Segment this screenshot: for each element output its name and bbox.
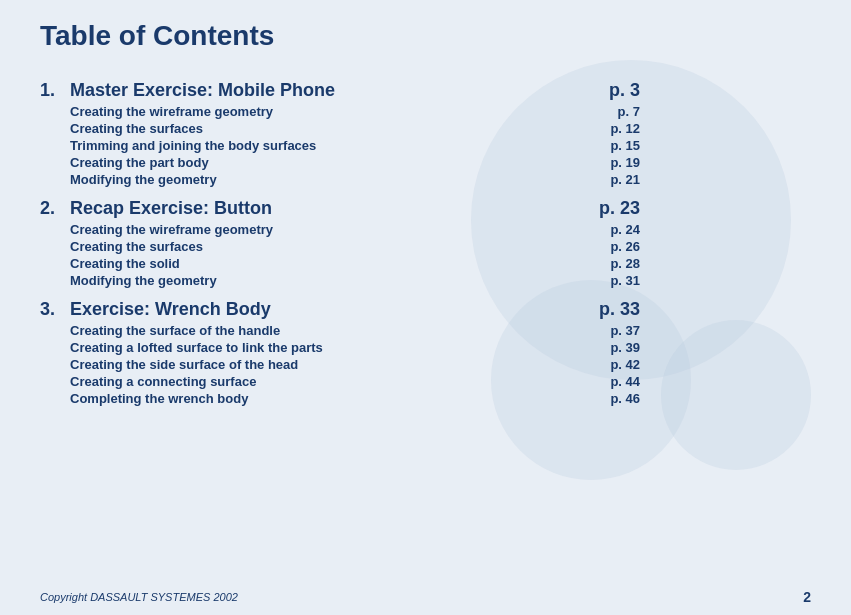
toc-table: 1.Master Exercise: Mobile Phonep. 3Creat… [40, 76, 640, 407]
sub-title-3-1[interactable]: Creating the surface of the handle [70, 322, 564, 339]
section-title-1[interactable]: Master Exercise: Mobile Phone [70, 76, 564, 103]
sub-title-1-3[interactable]: Trimming and joining the body surfaces [70, 137, 564, 154]
section-row-1: 1.Master Exercise: Mobile Phonep. 3 [40, 76, 640, 103]
sub-row-3-3: Creating the side surface of the headp. … [40, 356, 640, 373]
sub-row-2-3: Creating the solidp. 28 [40, 255, 640, 272]
sub-page-2-4: p. 31 [564, 272, 640, 289]
sub-title-2-2[interactable]: Creating the surfaces [70, 238, 564, 255]
section-page-2: p. 23 [564, 194, 640, 221]
sub-page-3-1: p. 37 [564, 322, 640, 339]
sub-title-3-5[interactable]: Completing the wrench body [70, 390, 564, 407]
page-title: Table of Contents [40, 20, 811, 52]
sub-page-2-1: p. 24 [564, 221, 640, 238]
sub-row-2-2: Creating the surfacesp. 26 [40, 238, 640, 255]
sub-title-2-3[interactable]: Creating the solid [70, 255, 564, 272]
sub-page-3-5: p. 46 [564, 390, 640, 407]
page-number: 2 [803, 589, 811, 605]
section-num-3: 3. [40, 295, 70, 322]
sub-row-2-1: Creating the wireframe geometryp. 24 [40, 221, 640, 238]
sub-title-1-1[interactable]: Creating the wireframe geometry [70, 103, 564, 120]
sub-row-1-2: Creating the surfacesp. 12 [40, 120, 640, 137]
section-row-3: 3.Exercise: Wrench Bodyp. 33 [40, 295, 640, 322]
section-title-3[interactable]: Exercise: Wrench Body [70, 295, 564, 322]
section-row-2: 2.Recap Exercise: Buttonp. 23 [40, 194, 640, 221]
sub-row-3-4: Creating a connecting surfacep. 44 [40, 373, 640, 390]
sub-title-2-4[interactable]: Modifying the geometry [70, 272, 564, 289]
sub-row-3-1: Creating the surface of the handlep. 37 [40, 322, 640, 339]
copyright-text: Copyright DASSAULT SYSTEMES 2002 [40, 591, 238, 603]
sub-title-1-4[interactable]: Creating the part body [70, 154, 564, 171]
sub-title-1-2[interactable]: Creating the surfaces [70, 120, 564, 137]
sub-page-3-4: p. 44 [564, 373, 640, 390]
sub-title-3-3[interactable]: Creating the side surface of the head [70, 356, 564, 373]
sub-row-1-1: Creating the wireframe geometryp. 7 [40, 103, 640, 120]
sub-page-1-4: p. 19 [564, 154, 640, 171]
section-page-1: p. 3 [564, 76, 640, 103]
sub-row-2-4: Modifying the geometryp. 31 [40, 272, 640, 289]
section-num-1: 1. [40, 76, 70, 103]
sub-page-1-5: p. 21 [564, 171, 640, 188]
sub-row-1-5: Modifying the geometryp. 21 [40, 171, 640, 188]
section-page-3: p. 33 [564, 295, 640, 322]
section-num-2: 2. [40, 194, 70, 221]
sub-title-2-1[interactable]: Creating the wireframe geometry [70, 221, 564, 238]
sub-row-3-2: Creating a lofted surface to link the pa… [40, 339, 640, 356]
sub-title-1-5[interactable]: Modifying the geometry [70, 171, 564, 188]
sub-page-1-2: p. 12 [564, 120, 640, 137]
sub-page-1-3: p. 15 [564, 137, 640, 154]
sub-page-3-2: p. 39 [564, 339, 640, 356]
sub-row-3-5: Completing the wrench bodyp. 46 [40, 390, 640, 407]
sub-page-3-3: p. 42 [564, 356, 640, 373]
sub-title-3-4[interactable]: Creating a connecting surface [70, 373, 564, 390]
sub-page-2-2: p. 26 [564, 238, 640, 255]
footer: Copyright DASSAULT SYSTEMES 2002 2 [40, 589, 811, 605]
sub-page-1-1: p. 7 [564, 103, 640, 120]
sub-row-1-3: Trimming and joining the body surfacesp.… [40, 137, 640, 154]
section-title-2[interactable]: Recap Exercise: Button [70, 194, 564, 221]
sub-page-2-3: p. 28 [564, 255, 640, 272]
sub-row-1-4: Creating the part bodyp. 19 [40, 154, 640, 171]
sub-title-3-2[interactable]: Creating a lofted surface to link the pa… [70, 339, 564, 356]
